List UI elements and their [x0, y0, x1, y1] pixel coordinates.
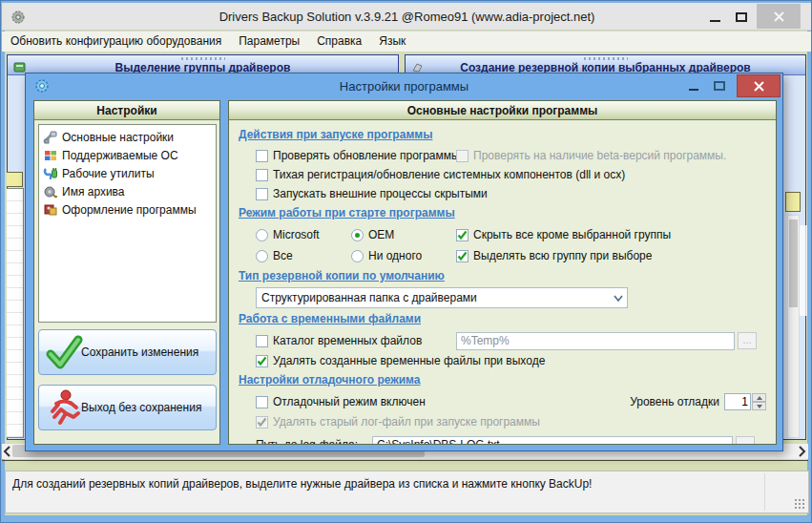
save-changes-label: Сохранить изменения — [81, 345, 216, 359]
driver-list-edge — [7, 188, 24, 438]
app-window: Drivers Backup Solution v.3.9.21 @Romeo9… — [0, 0, 812, 523]
settings-dialog: Настройки программы Настройки Основные н… — [25, 73, 783, 451]
save-changes-button[interactable]: Сохранить изменения — [38, 329, 217, 375]
log-path-label: Путь до log-файла: — [256, 438, 372, 444]
window-title: Drivers Backup Solution v.3.9.21 @Romeo9… — [2, 3, 812, 31]
check-updates-checkbox[interactable] — [256, 150, 268, 162]
close-button[interactable] — [757, 4, 801, 29]
statusbar: Для созданий резервных копий драйверов, … — [5, 471, 809, 513]
hidden-processes-checkbox[interactable] — [256, 188, 268, 200]
maximize-button[interactable] — [736, 12, 747, 22]
radio-oem[interactable] — [351, 229, 364, 241]
vertical-scrollbar-thumb[interactable] — [789, 220, 798, 307]
dialog-titlebar[interactable]: Настройки программы — [26, 73, 782, 99]
log-path-browse-button[interactable]: ... — [736, 436, 755, 444]
menu-parameters[interactable]: Параметры — [230, 31, 308, 52]
radio-all[interactable] — [256, 250, 268, 262]
menubar: Обновить конфигурацию оборудования Парам… — [2, 31, 812, 52]
dialog-close-button[interactable] — [737, 74, 781, 97]
settings-nav-list: Основные настройки Поддерживаемые ОС Раб… — [38, 124, 217, 323]
backup-type-value: Структурированная папка с драйверами — [257, 291, 610, 304]
window-border[interactable] — [1, 515, 812, 522]
archive-name-icon — [43, 184, 58, 199]
main-settings-content: Действия при запуске программы Проверять… — [229, 120, 776, 444]
temp-dir-browse-button[interactable]: ... — [738, 332, 757, 349]
temp-dir-checkbox[interactable] — [256, 335, 268, 347]
delete-temp-checkbox[interactable] — [256, 355, 268, 367]
menu-help[interactable]: Справка — [308, 31, 370, 52]
debug-level-input[interactable] — [724, 393, 751, 410]
minimize-button[interactable] — [710, 20, 720, 22]
nav-item-supported-os[interactable]: Поддерживаемые ОС — [41, 146, 214, 164]
right-tab[interactable] — [785, 192, 801, 212]
section-startup-actions: Действия при запуске программы — [239, 128, 766, 143]
debug-level-label: Уровень отладки — [630, 395, 719, 408]
nav-item-basic-settings[interactable]: Основные настройки — [41, 128, 214, 146]
menu-update-config[interactable]: Обновить конфигурацию оборудования — [2, 31, 230, 52]
scroll-left-icon[interactable] — [3, 446, 12, 457]
backup-type-dropdown[interactable]: Структурированная папка с драйверами — [256, 287, 628, 308]
close-icon — [754, 81, 764, 92]
log-path-input[interactable] — [372, 436, 733, 445]
temp-dir-input[interactable] — [456, 332, 735, 350]
dialog-maximize-button[interactable] — [714, 81, 725, 91]
left-tab[interactable] — [7, 172, 23, 187]
panel-grip[interactable] — [584, 57, 628, 60]
close-icon — [774, 11, 784, 22]
check-beta-checkbox — [456, 150, 468, 162]
panel-grip[interactable] — [181, 57, 225, 60]
debug-enabled-checkbox[interactable] — [256, 396, 268, 408]
nav-group: Настройки Основные настройки Поддерживае… — [33, 100, 220, 445]
nav-item-archive-name[interactable]: Имя архива — [41, 182, 214, 200]
divider — [2, 460, 808, 461]
main-titlebar[interactable]: Drivers Backup Solution v.3.9.21 @Romeo9… — [2, 3, 812, 31]
dialog-title: Настройки программы — [26, 73, 782, 99]
menu-language[interactable]: Язык — [370, 31, 414, 52]
select-group-checkbox[interactable] — [456, 250, 468, 262]
resize-grip[interactable] — [794, 498, 805, 510]
stepper-down-button[interactable] — [752, 402, 766, 410]
silent-registration-checkbox[interactable] — [256, 169, 268, 181]
section-start-mode: Режим работы при старте программы — [239, 206, 766, 221]
appearance-icon — [43, 202, 58, 218]
delete-old-log-checkbox — [256, 416, 268, 429]
utilities-icon — [43, 166, 58, 181]
stepper-up-button[interactable] — [752, 393, 766, 402]
statusbar-separator — [764, 473, 765, 511]
dialog-minimize-button[interactable] — [689, 89, 698, 91]
nav-group-header: Настройки — [34, 101, 219, 120]
section-debug: Настройки отладочного режима — [239, 373, 766, 388]
main-settings-group: Основные настройки программы Действия пр… — [228, 100, 777, 445]
debug-level-stepper[interactable] — [724, 393, 766, 410]
scroll-right-icon[interactable] — [797, 446, 806, 457]
hide-others-checkbox[interactable] — [456, 229, 468, 241]
nav-item-utilities[interactable]: Рабочие утилиты — [41, 164, 214, 182]
chevron-down-icon — [610, 295, 627, 302]
section-backup-type: Тип резервной копии по умолчанию — [239, 269, 766, 284]
radio-microsoft[interactable] — [256, 229, 268, 241]
exit-without-saving-button[interactable]: Выход без сохранения — [38, 385, 217, 430]
basic-settings-icon — [43, 130, 58, 145]
status-text: Для созданий резервных копий драйверов, … — [12, 477, 751, 491]
nav-item-appearance[interactable]: Оформление программы — [41, 200, 214, 219]
section-temp-files: Работа с временными файлами — [239, 312, 766, 327]
exit-without-saving-label: Выход без сохранения — [81, 401, 216, 414]
vertical-scrollbar[interactable] — [787, 215, 800, 438]
radio-none[interactable] — [351, 250, 364, 262]
main-settings-header: Основные настройки программы — [229, 101, 776, 120]
supported-os-icon — [43, 148, 58, 163]
